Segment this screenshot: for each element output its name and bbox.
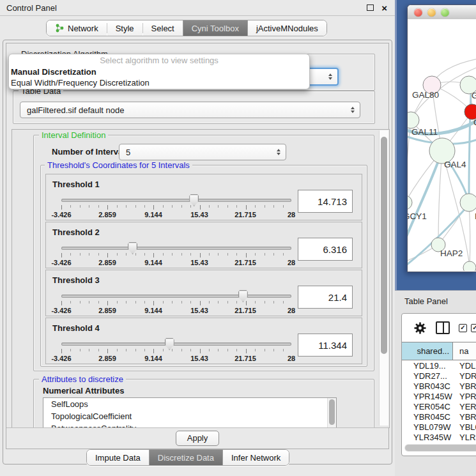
- threshold-2-label: Threshold 2: [52, 227, 100, 237]
- algorithm-option-equal-width[interactable]: Equal Width/Frequency Discretization: [9, 77, 309, 88]
- tab-cyni-toolbox[interactable]: Cyni Toolbox: [183, 20, 247, 36]
- threshold-1-value-field[interactable]: 14.713: [298, 190, 353, 213]
- cell[interactable]: YBR0: [453, 381, 476, 391]
- cell[interactable]: YBR045C: [402, 412, 453, 422]
- algorithm-placeholder-item[interactable]: Select algorithm to view settings: [9, 54, 309, 66]
- tab-network-label: Network: [68, 24, 98, 33]
- network-window[interactable]: GAL80 G C GAL11 GAL4 GCY1 H HAP2: [407, 4, 476, 272]
- table-row[interactable]: YDL19...YDL1: [402, 360, 476, 371]
- slider-track[interactable]: [61, 295, 291, 298]
- numerical-attributes-list[interactable]: SelfLoops TopologicalCoefficient Between…: [43, 397, 337, 428]
- scrollbar-thumb[interactable]: [381, 137, 387, 354]
- interval-definition-group: Interval Definition Number of Intervals …: [33, 135, 374, 371]
- number-of-intervals-value: 5: [126, 148, 130, 157]
- slider-track[interactable]: [61, 199, 291, 202]
- cell[interactable]: YDR2: [453, 371, 476, 381]
- slider-track[interactable]: [61, 247, 291, 250]
- table-row[interactable]: YBR045CYBR0: [402, 411, 476, 422]
- columns-icon[interactable]: [436, 321, 450, 334]
- tab-discretize-data[interactable]: Discretize Data: [149, 450, 222, 465]
- threshold-4-panel: Threshold 4 -3.4262.8599.14415.4321.7152…: [45, 318, 362, 364]
- cell[interactable]: YBR0: [453, 412, 476, 422]
- threshold-2-value-field[interactable]: 6.316: [298, 238, 353, 261]
- settings-scrollbar[interactable]: [379, 130, 388, 426]
- cell[interactable]: YBR043C: [402, 381, 453, 391]
- column-header-shared-name[interactable]: shared...: [402, 342, 453, 360]
- threshold-4-slider[interactable]: -3.4262.8599.14415.4321.71528: [61, 340, 291, 363]
- tick-label: 28: [288, 307, 295, 314]
- threshold-2-slider[interactable]: -3.4262.8599.14415.4321.71528: [61, 244, 291, 267]
- node-bottom[interactable]: [463, 261, 476, 271]
- cell[interactable]: YLR345W: [402, 433, 453, 442]
- close-icon[interactable]: ×: [381, 3, 387, 13]
- gear-icon[interactable]: [413, 321, 427, 335]
- cell[interactable]: YDR27...: [402, 371, 453, 381]
- algorithm-option-manual[interactable]: Manual Discretization: [9, 66, 309, 77]
- tab-impute-data-label: Impute Data: [95, 453, 141, 463]
- tick-label: -3.426: [51, 259, 71, 266]
- tick-label: 28: [288, 211, 295, 219]
- cell[interactable]: YER0: [453, 402, 476, 411]
- tab-style[interactable]: Style: [107, 20, 142, 36]
- threshold-4-value-field[interactable]: 11.344: [298, 334, 353, 357]
- tab-infer-network[interactable]: Infer Network: [222, 450, 289, 465]
- cell[interactable]: YER054C: [402, 402, 453, 411]
- threshold-1-slider[interactable]: -3.4262.8599.14415.4321.71528: [61, 196, 291, 219]
- tick-label: 21.715: [234, 307, 256, 314]
- column-header-name[interactable]: na: [453, 342, 476, 360]
- tick-label: 2.859: [98, 211, 116, 219]
- threshold-coordinates-group: Threshold's Coordinates for 5 Intervals …: [40, 165, 367, 367]
- cell[interactable]: YPR1: [453, 392, 476, 401]
- close-window-icon[interactable]: [414, 8, 422, 17]
- table-data-combo[interactable]: galFiltered.sif default node: [20, 102, 360, 118]
- tab-jactivemnodules[interactable]: jActiveMNodules: [247, 20, 326, 36]
- cell[interactable]: YDL19...: [402, 361, 453, 371]
- cell[interactable]: YPR145W: [402, 392, 453, 401]
- cell[interactable]: YLR3: [453, 433, 476, 442]
- zoom-window-icon[interactable]: [441, 8, 449, 17]
- table-row[interactable]: YER054CYER0: [402, 401, 476, 411]
- list-item[interactable]: SelfLoops: [43, 398, 336, 410]
- number-of-intervals-combo[interactable]: 5: [119, 144, 286, 160]
- table-horizontal-scrollbar[interactable]: [404, 444, 476, 452]
- apply-button[interactable]: Apply: [176, 431, 219, 446]
- table-panel-region: ✓ ✓ shared... na YDL19...YDL1 YDR27...YD…: [395, 311, 476, 476]
- float-window-icon[interactable]: [367, 4, 374, 11]
- tick-label: -3.426: [51, 355, 71, 362]
- table-row[interactable]: YDR27...YDR2: [402, 371, 476, 381]
- scrollbar-thumb[interactable]: [405, 445, 476, 451]
- tab-impute-data[interactable]: Impute Data: [87, 450, 149, 465]
- node-gcy1[interactable]: [408, 196, 412, 210]
- cell[interactable]: YBL079W: [402, 422, 453, 432]
- tab-select[interactable]: Select: [143, 20, 183, 36]
- checkbox-icon[interactable]: ✓: [459, 324, 467, 332]
- table-panel-titlebar: Table Panel: [395, 290, 476, 312]
- slider-ticks: [61, 349, 292, 353]
- cell[interactable]: YBL0: [453, 422, 476, 432]
- minimize-window-icon[interactable]: [427, 8, 436, 17]
- table-row[interactable]: YBR043CYBR0: [402, 381, 476, 391]
- tab-network[interactable]: Network: [47, 20, 107, 36]
- threshold-3-slider[interactable]: -3.4262.8599.14415.4321.71528: [61, 292, 291, 315]
- table-row[interactable]: YLR345WYLR3: [402, 432, 476, 442]
- node-gal11[interactable]: [408, 112, 419, 128]
- tick-label: -3.426: [51, 211, 71, 219]
- checkbox-icon[interactable]: ✓: [471, 324, 476, 332]
- slider-tick-labels: -3.4262.8599.14415.4321.71528: [61, 355, 291, 363]
- slider-ticks: [61, 253, 292, 257]
- list-scrollbar[interactable]: [327, 398, 336, 428]
- cell[interactable]: YDL1: [453, 361, 476, 371]
- threshold-1-panel: Threshold 1 -3.4262.8599.14415.4321.7152…: [45, 174, 362, 220]
- node-partial-h[interactable]: [460, 194, 476, 211]
- threshold-3-value-field[interactable]: 21.4: [298, 286, 353, 309]
- table-row[interactable]: YPR145WYPR1: [402, 391, 476, 401]
- tab-jactivemnodules-label: jActiveMNodules: [256, 24, 318, 33]
- control-panel-titlebar: Control Panel ×: [0, 0, 395, 16]
- control-panel: Control Panel × Network Style Select Cyn…: [0, 0, 395, 476]
- network-canvas[interactable]: GAL80 G C GAL11 GAL4 GCY1 H HAP2: [408, 19, 476, 272]
- table-data-combo-value: galFiltered.sif default node: [27, 105, 124, 115]
- table-row[interactable]: YBL079WYBL0: [402, 422, 476, 432]
- slider-track[interactable]: [61, 342, 291, 346]
- list-item[interactable]: TopologicalCoefficient: [43, 410, 336, 422]
- network-window-titlebar[interactable]: [408, 5, 476, 20]
